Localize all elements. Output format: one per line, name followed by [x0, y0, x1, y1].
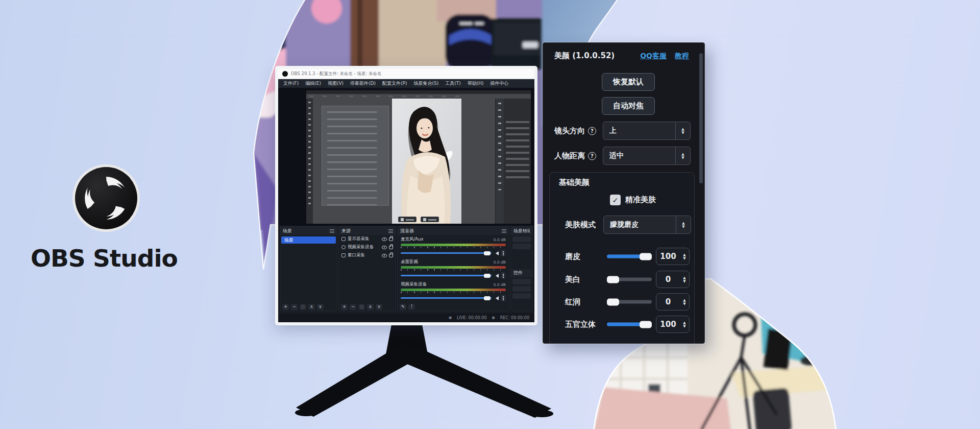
remove-source-button[interactable]: −: [350, 304, 356, 310]
precise-skin-checkbox[interactable]: ✓: [610, 195, 621, 205]
lens-direction-row: 镜头方向 ? 上 ▲▼: [543, 122, 704, 140]
lens-direction-select[interactable]: 上 ▲▼: [603, 122, 691, 140]
slider-handle[interactable]: [640, 253, 652, 260]
channel-menu-button[interactable]: [501, 295, 506, 301]
volume-meter: [401, 289, 506, 291]
menu-edit[interactable]: 编辑(E): [305, 80, 321, 87]
transition-duration[interactable]: [512, 244, 531, 249]
panel-scrollbar[interactable]: [699, 50, 703, 336]
obs-app-icon: [282, 71, 288, 77]
dock-menu-icon[interactable]: [388, 229, 393, 233]
lock-icon[interactable]: [389, 237, 393, 241]
whitening-slider[interactable]: [607, 278, 652, 281]
person-distance-select[interactable]: 适中 ▲▼: [603, 147, 691, 165]
menu-file[interactable]: 文件(F): [283, 80, 299, 87]
select-carets[interactable]: ▲▼: [676, 216, 691, 233]
ps-panels: [495, 99, 531, 224]
dock-menu-icon[interactable]: [502, 229, 506, 233]
panel-title: 美颜 (1.0.0.52): [554, 51, 632, 61]
rosy-slider[interactable]: [607, 300, 652, 304]
mixer-config-button[interactable]: ✎: [400, 304, 406, 310]
mixer-advanced-button[interactable]: !: [408, 304, 415, 310]
rosy-label: 红润: [565, 297, 580, 307]
whitening-value-spinner[interactable]: 0 ▲▼: [656, 271, 690, 288]
source-up-button[interactable]: ∧: [367, 304, 374, 310]
speaker-icon[interactable]: [494, 274, 499, 278]
ps-dialog-button[interactable]: [421, 217, 439, 222]
speaker-icon[interactable]: [494, 296, 499, 300]
lock-icon[interactable]: [389, 246, 393, 249]
visibility-icon[interactable]: [382, 254, 387, 257]
menu-help[interactable]: 帮助(H): [468, 80, 484, 87]
precise-skin-row: ✓ 精准美肤: [610, 195, 656, 205]
menu-scene-collection[interactable]: 场景集合(S): [414, 80, 439, 87]
source-item[interactable]: 显示器采集: [339, 235, 396, 243]
volume-slider[interactable]: [401, 297, 492, 299]
select-carets[interactable]: ▲▼: [675, 122, 690, 139]
menu-profile[interactable]: 配置文件(P): [382, 80, 407, 87]
obs-window-title: OBS 29.1.3 - 配置文件: 未命名 - 场景: 未命名: [291, 71, 382, 77]
face-3d-slider[interactable]: [607, 323, 652, 326]
slider-handle[interactable]: [640, 321, 652, 328]
help-icon[interactable]: ?: [588, 127, 596, 135]
scene-up-button[interactable]: ∧: [308, 304, 315, 310]
source-item[interactable]: 视频采集设备: [339, 243, 396, 251]
lock-icon[interactable]: [389, 254, 393, 257]
face-3d-value-spinner[interactable]: 100 ▲▼: [656, 316, 690, 333]
scrollbar-thumb[interactable]: [699, 53, 703, 183]
source-item[interactable]: 窗口采集: [339, 251, 396, 259]
volume-slider[interactable]: [401, 275, 492, 276]
help-icon[interactable]: ?: [588, 152, 596, 160]
menu-docks[interactable]: 停靠部件(D): [350, 80, 376, 87]
ps-dialog-buttons: [398, 217, 439, 222]
obs-docks: 场景 场景 + − ◌ ∧ ∨ 来源: [278, 225, 534, 313]
transition-select[interactable]: [512, 236, 531, 242]
channel-menu-button[interactable]: [501, 272, 506, 279]
slider-handle[interactable]: [607, 298, 619, 305]
whitening-label: 美白: [565, 275, 580, 284]
speaker-icon[interactable]: [494, 251, 499, 255]
menu-plugin-center[interactable]: 插件中心: [491, 80, 509, 87]
scene-item[interactable]: 场景: [281, 236, 336, 244]
precise-skin-label: 精准美肤: [625, 195, 656, 205]
visibility-icon[interactable]: [382, 246, 387, 249]
mixer-toolbar: ✎ !: [398, 302, 509, 311]
mixer-channel: 麦克风/Aux 0.0 dB: [398, 235, 509, 257]
select-carets[interactable]: ▲▼: [675, 147, 690, 164]
smoothing-value-spinner[interactable]: 100 ▲▼: [656, 248, 690, 265]
control-button[interactable]: [512, 293, 531, 299]
smoothing-slider[interactable]: [607, 255, 652, 258]
add-source-button[interactable]: +: [341, 304, 348, 310]
control-button[interactable]: [512, 286, 531, 292]
scene-down-button[interactable]: ∨: [317, 304, 324, 310]
rec-timer: REC: 00:00:00: [500, 316, 529, 320]
qq-support-link[interactable]: QQ客服: [640, 52, 667, 61]
smoothing-slider-row: 磨皮 100 ▲▼: [550, 248, 694, 265]
skin-mode-select[interactable]: 朦胧磨皮 ▲▼: [603, 216, 691, 234]
live-timer: LIVE: 00:00:00: [457, 316, 487, 320]
remove-scene-button[interactable]: −: [291, 304, 298, 310]
add-scene-button[interactable]: +: [282, 304, 289, 310]
scene-filters-button[interactable]: ◌: [300, 304, 306, 310]
dock-menu-icon[interactable]: [330, 229, 334, 233]
volume-meter: [401, 266, 506, 269]
channel-menu-button[interactable]: [501, 250, 506, 256]
ps-dialog-button[interactable]: [398, 217, 416, 222]
restore-defaults-button[interactable]: 恢复默认: [602, 73, 655, 91]
mixer-dock-title: 混音器: [400, 228, 414, 234]
person-distance-row: 人物距离 ? 适中 ▲▼: [543, 147, 704, 165]
mixer-channel: 视频采集设备 0.0 dB: [398, 280, 509, 302]
slider-handle[interactable]: [607, 276, 619, 283]
menu-view[interactable]: 视图(V): [328, 80, 344, 87]
ps-layers-rows: [504, 119, 531, 221]
menu-tools[interactable]: 工具(T): [445, 80, 461, 87]
tutorial-link[interactable]: 教程: [675, 52, 689, 61]
volume-slider[interactable]: [401, 252, 492, 254]
source-down-button[interactable]: ∨: [376, 304, 382, 310]
source-properties-button[interactable]: ◌: [358, 304, 365, 310]
control-button[interactable]: [512, 279, 531, 284]
autofocus-button[interactable]: 自动对焦: [602, 97, 655, 115]
visibility-icon[interactable]: [382, 237, 387, 241]
rosy-value-spinner[interactable]: 0 ▲▼: [656, 293, 690, 311]
ps-panel-icons: [496, 99, 504, 224]
